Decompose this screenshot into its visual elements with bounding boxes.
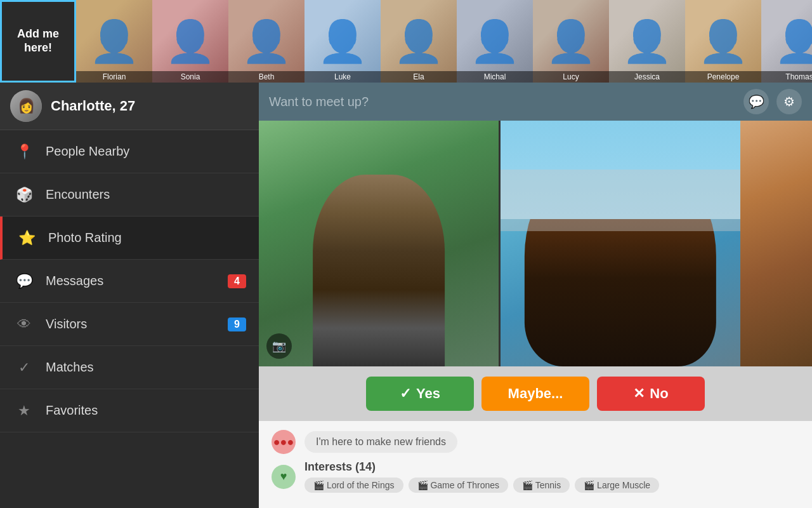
matches-icon: ✓ [13,356,36,379]
maybe-label: Maybe... [508,385,563,402]
settings-icon: ⚙ [783,94,795,109]
top-avatar-florian[interactable]: 👤 Florian [76,0,152,83]
avatar-name-label: Michal [457,71,533,83]
content-header: Want to meet up? 💬 ⚙ [259,83,812,121]
maybe-button[interactable]: Maybe... [481,377,589,411]
avatar-name-label: Florian [76,71,152,83]
avatar-name-label: Lucy [533,71,609,83]
interests-label: Interests (14) [304,460,659,474]
avatar-name-label: Penelope [685,71,761,83]
add-me-button[interactable]: Add me here! [0,0,76,83]
settings-icon-button[interactable]: ⚙ [776,89,802,114]
messages-icon: 💬 [13,270,36,293]
top-avatar-jessica[interactable]: 👤 Jessica [609,0,685,83]
sidebar-label-messages: Messages [46,274,228,288]
top-avatar-thomas[interactable]: 👤 Thomas [761,0,812,83]
tags-row: 🎬 Lord of the Rings🎬 Game of Thrones🎬 Te… [304,478,659,493]
camera-icon: 📷 [272,339,286,353]
sidebar-item-visitors[interactable]: 👁Visitors9 [0,303,259,346]
sidebar-label-matches: Matches [46,360,246,375]
no-label: No [650,385,668,402]
top-avatars-list: 👤 Florian 👤 Sonia 👤 Beth 👤 Luke 👤 Ela 👤 … [76,0,812,83]
chat-icon-button[interactable]: 💬 [743,89,769,114]
favorites-icon: ★ [13,399,36,422]
avatar-name-label: Jessica [609,71,685,83]
top-avatar-michal[interactable]: 👤 Michal [457,0,533,83]
main-layout: 👩 Charlotte, 27 📍People Nearby🎲Encounter… [0,83,812,508]
top-avatar-beth[interactable]: 👤 Beth [228,0,304,83]
profile-row[interactable]: 👩 Charlotte, 27 [0,83,259,130]
interests-icon: ♥ [272,465,296,489]
interest-tag: 🎬 Lord of the Rings [304,478,403,493]
visitors-icon: 👁 [13,313,36,336]
top-avatar-luke[interactable]: 👤 Luke [304,0,381,83]
interests-block: Interests (14) 🎬 Lord of the Rings🎬 Game… [304,460,659,493]
sidebar-label-visitors: Visitors [46,317,228,331]
sidebar-item-people-nearby[interactable]: 📍People Nearby [0,130,259,173]
interest-tag: 🎬 Tennis [513,478,570,493]
no-button[interactable]: ✕ No [597,377,705,411]
encounters-icon: 🎲 [13,184,36,206]
avatar-name-label: Luke [304,71,381,83]
interests-row: ♥ Interests (14) 🎬 Lord of the Rings🎬 Ga… [272,460,799,493]
sidebar-label-photo-rating: Photo Rating [48,231,246,245]
sidebar-item-messages[interactable]: 💬Messages4 [0,260,259,303]
status-text: I'm here to make new friends [304,431,457,453]
top-bar: Add me here! 👤 Florian 👤 Sonia 👤 Beth 👤 … [0,0,812,83]
top-avatar-penelope[interactable]: 👤 Penelope [685,0,761,83]
top-avatar-lucy[interactable]: 👤 Lucy [533,0,609,83]
nav-list: 📍People Nearby🎲Encounters⭐Photo Rating💬M… [0,130,259,432]
profile-name: Charlotte, 27 [51,98,135,114]
content-area: Want to meet up? 💬 ⚙ 📷 [259,83,812,508]
no-x-icon: ✕ [633,385,645,402]
sidebar-item-photo-rating[interactable]: ⭐Photo Rating [0,217,259,260]
sidebar-item-matches[interactable]: ✓Matches [0,346,259,389]
sidebar: 👩 Charlotte, 27 📍People Nearby🎲Encounter… [0,83,259,508]
interest-tag: 🎬 Large Muscle [575,478,659,493]
sidebar-label-people-nearby: People Nearby [46,144,246,159]
top-avatar-ela[interactable]: 👤 Ela [381,0,457,83]
search-label: Want to meet up? [269,95,736,109]
yes-checkmark-icon: ✓ [400,385,411,402]
photo-panel-left[interactable]: 📷 [259,121,499,366]
sidebar-label-encounters: Encounters [46,187,246,202]
status-icon: ●●● [272,430,296,454]
photo-panel-partial[interactable] [740,121,812,366]
camera-button[interactable]: 📷 [266,333,292,359]
photos-area: 📷 [259,121,812,366]
action-bar: ✓ Yes Maybe... ✕ No [259,366,812,421]
avatar-name-label: Ela [381,71,457,83]
profile-info: ●●● I'm here to make new friends ♥ Inter… [259,421,812,508]
photo-rating-icon: ⭐ [15,227,38,250]
status-row: ●●● I'm here to make new friends [272,430,799,454]
add-me-label: Add me here! [2,27,74,55]
yes-button[interactable]: ✓ Yes [366,377,474,411]
avatar-name-label: Beth [228,71,304,83]
visitors-badge: 9 [228,318,246,331]
avatar-name-label: Sonia [152,71,228,83]
people-nearby-icon: 📍 [13,140,36,163]
yes-label: Yes [416,385,440,402]
chat-icon: 💬 [749,94,764,109]
avatar: 👩 [10,90,42,122]
interest-tag: 🎬 Game of Thrones [409,478,509,493]
photo-panel-right[interactable] [501,121,740,366]
avatar-name-label: Thomas [761,71,812,83]
top-avatar-sonia[interactable]: 👤 Sonia [152,0,228,83]
messages-badge: 4 [228,274,246,288]
sidebar-label-favorites: Favorites [46,403,246,418]
sidebar-item-favorites[interactable]: ★Favorites [0,389,259,432]
sidebar-item-encounters[interactable]: 🎲Encounters [0,173,259,217]
